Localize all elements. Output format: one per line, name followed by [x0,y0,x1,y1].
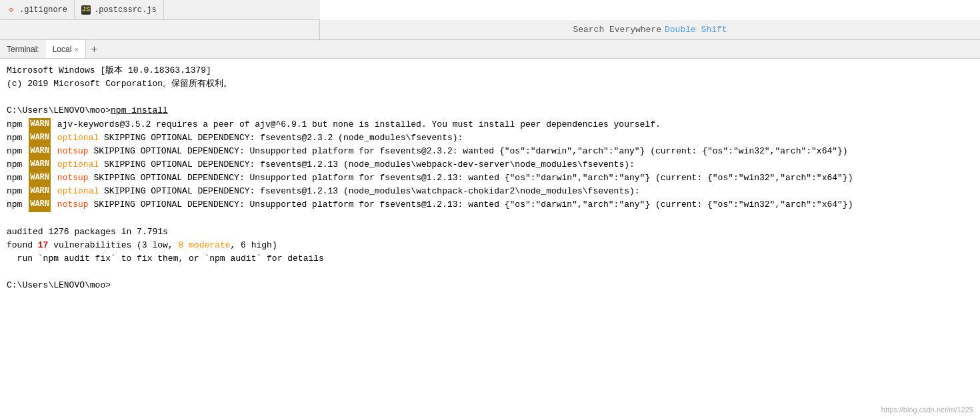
rest-text: SKIPPING OPTIONAL DEPENDENCY: fsevents@1… [99,185,639,198]
file-tab-postcssrc[interactable]: JS .postcssrc.js [75,0,164,19]
top-header: Search Everywhere Double Shift [0,20,980,40]
terminal-line-ajv: npm WARN ajv-keywords@3.5.2 requires a p… [7,118,973,131]
audit-text: audited 1276 packages in 7.791s [7,226,168,239]
terminal-fix-line: run `npm audit fix` to fix them, or `npm… [7,252,973,266]
space [52,198,57,212]
space [52,158,57,171]
npm-text: npm [7,131,27,145]
optional-tag: optional [57,131,99,145]
terminal-vuln-line: found 17 vulnerabilities (3 low, 8 moder… [7,239,973,252]
notsup-tag: notsup [57,198,89,212]
terminal-content: Microsoft Windows [版本 10.0.18363.1379] (… [0,59,980,419]
terminal-line-opt1: npm WARN optional SKIPPING OPTIONAL DEPE… [7,131,973,145]
npm-text: npm [7,158,27,171]
npm-text: npm [7,145,27,158]
terminal-tab-local[interactable]: Local × [46,40,86,58]
line-text: Microsoft Windows [版本 10.0.18363.1379] [7,64,211,77]
warn-badge: WARN [29,131,51,145]
warn-badge: WARN [29,171,51,185]
search-label: Search Everywhere [573,25,661,35]
rest-text: SKIPPING OPTIONAL DEPENDENCY: Unsupporte… [89,145,848,158]
terminal-add-button[interactable]: + [86,43,103,55]
terminal-close-icon[interactable]: × [74,45,78,53]
terminal-line-opt2: npm WARN optional SKIPPING OPTIONAL DEPE… [7,158,973,171]
watermark: https://blog.csdn.net/m/1225 [881,406,973,414]
gitignore-filename: .gitignore [19,5,67,15]
notsup-tag: notsup [57,171,89,185]
space [52,171,57,185]
rest-text: SKIPPING OPTIONAL DEPENDENCY: fsevents@1… [99,158,635,171]
command-text: npm install [111,104,168,117]
header-left [0,20,320,39]
gitignore-icon: ⚙ [7,5,16,15]
terminal-audit-line: audited 1276 packages in 7.791s [7,226,973,239]
terminal-prompt2: C:\Users\LENOVO\moo> [7,279,973,292]
terminal-tab-bar: Terminal: Local × + [0,40,980,59]
terminal-line-2: (c) 2019 Microsoft Corporation。保留所有权利。 [7,77,973,91]
header-right: Search Everywhere Double Shift [320,20,980,39]
rest-text: SKIPPING OPTIONAL DEPENDENCY: Unsupporte… [89,198,853,212]
rest-text: SKIPPING OPTIONAL DEPENDENCY: Unsupporte… [89,171,853,185]
rest-text: SKIPPING OPTIONAL DEPENDENCY: fsevents@2… [99,131,463,145]
prompt2-text: C:\Users\LENOVO\moo> [7,279,111,292]
terminal-line-notsup1: npm WARN notsup SKIPPING OPTIONAL DEPEND… [7,145,973,158]
terminal-line-prompt: C:\Users\LENOVO\moo>npm install [7,104,973,117]
space [52,131,57,145]
js-icon: JS [81,5,91,15]
postcssrc-filename: .postcssrc.js [94,5,157,15]
terminal-line-notsup3: npm WARN notsup SKIPPING OPTIONAL DEPEND… [7,198,973,212]
optional-tag: optional [57,158,99,171]
moderate-text: 8 moderate [178,239,230,252]
line-text: (c) 2019 Microsoft Corporation。保留所有权利。 [7,77,232,91]
terminal-line-notsup2: npm WARN notsup SKIPPING OPTIONAL DEPEND… [7,171,973,185]
file-tab-gitignore[interactable]: ⚙ .gitignore [0,0,75,19]
found-text: found [7,239,38,252]
npm-text: npm [7,171,27,185]
space [52,185,57,198]
npm-text: npm [7,118,27,131]
terminal-blank-2 [7,212,973,226]
file-tabs-bar: ⚙ .gitignore JS .postcssrc.js [0,0,320,20]
vuln-count: 17 [38,239,49,252]
terminal-line-opt3: npm WARN optional SKIPPING OPTIONAL DEPE… [7,185,973,198]
vuln-post: , 6 high) [230,239,277,252]
terminal-blank-3 [7,266,973,279]
warn-badge: WARN [29,158,51,171]
terminal-blank-1 [7,91,973,104]
space [52,145,57,158]
warn-badge: WARN [29,118,51,131]
vuln-mid: vulnerabilities (3 low, [48,239,178,252]
main-layout: ⚙ .gitignore JS .postcssrc.js Search Eve… [0,0,980,419]
notsup-tag: notsup [57,145,89,158]
warn-badge: WARN [29,185,51,198]
warn-badge: WARN [29,145,51,158]
ajv-warn-text: ajv-keywords@3.5.2 requires a peer of aj… [52,118,661,131]
npm-text: npm [7,198,27,212]
warn-badge: WARN [29,198,51,212]
optional-tag: optional [57,185,99,198]
double-shift-label: Double Shift [665,25,727,35]
prompt-text: C:\Users\LENOVO\moo> [7,104,111,117]
fix-text: run `npm audit fix` to fix them, or `npm… [7,252,324,266]
terminal-tab-name: Local [53,45,72,54]
terminal-label: Terminal: [0,45,46,54]
npm-text: npm [7,185,27,198]
terminal-line-1: Microsoft Windows [版本 10.0.18363.1379] [7,64,973,77]
